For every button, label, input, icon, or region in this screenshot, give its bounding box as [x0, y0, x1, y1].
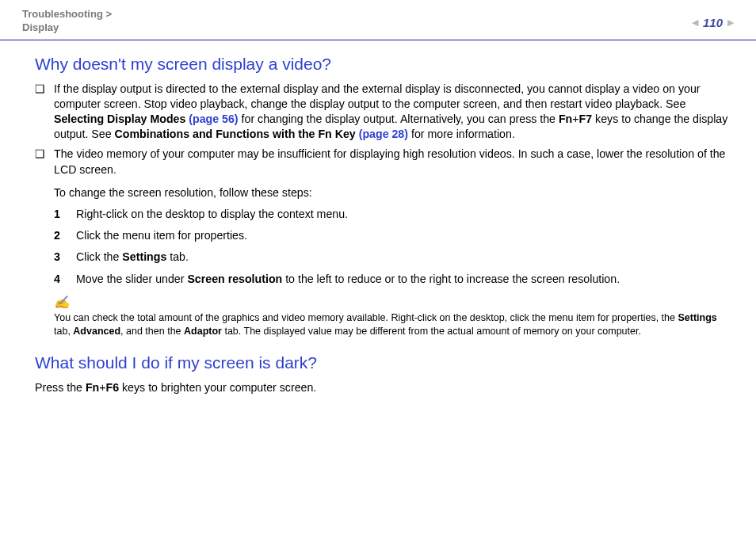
- page-prev-icon[interactable]: ◀: [692, 17, 698, 28]
- step-text: Right-click on the desktop to display th…: [76, 207, 348, 222]
- bullet-text: The video memory of your computer may be…: [54, 147, 734, 177]
- bullet-item: ❑ The video memory of your computer may …: [35, 147, 734, 177]
- note-block: ✍ You can check the total amount of the …: [54, 295, 734, 338]
- key-f6: F6: [106, 381, 120, 394]
- section-dark-screen: What should I do if my screen is dark? P…: [35, 353, 734, 395]
- bold-text: Adaptor: [184, 326, 222, 337]
- page-number: 110: [703, 16, 723, 29]
- section-heading-video: Why doesn't my screen display a video?: [35, 55, 734, 74]
- step-number: 4: [54, 272, 76, 287]
- text: +: [99, 381, 105, 394]
- text: Press the: [35, 381, 86, 394]
- key-fn: Fn: [559, 113, 572, 125]
- step-item: 2 Click the menu item for properties.: [54, 228, 734, 243]
- step-text: Click the Settings tab.: [76, 250, 189, 265]
- steps-intro: To change the screen resolution, follow …: [54, 185, 734, 200]
- ref-title: Selecting Display Modes: [54, 113, 189, 125]
- page-link[interactable]: (page 56): [189, 113, 238, 125]
- step-number: 1: [54, 207, 76, 222]
- paragraph: Press the Fn+F6 keys to brighten your co…: [35, 380, 734, 395]
- page-nav: ◀ 110 ▶: [692, 16, 734, 29]
- bold-text: Advanced: [73, 326, 120, 337]
- text: for more information.: [408, 128, 515, 140]
- bold-text: Settings: [122, 250, 166, 263]
- key-fn: Fn: [86, 381, 99, 394]
- text: keys to brighten your computer screen.: [119, 381, 316, 394]
- page-content: Why doesn't my screen display a video? ❑…: [0, 40, 756, 396]
- section-heading-dark: What should I do if my screen is dark?: [35, 353, 734, 372]
- breadcrumb: Troubleshooting > Display: [22, 8, 112, 35]
- text: tab. The displayed value may be differen…: [222, 326, 641, 337]
- breadcrumb-line-1: Troubleshooting >: [22, 8, 112, 21]
- bullet-icon: ❑: [35, 147, 54, 177]
- step-text: Move the slider under Screen resolution …: [76, 272, 620, 287]
- page-header: Troubleshooting > Display ◀ 110 ▶: [0, 0, 756, 40]
- text: If the display output is directed to the…: [54, 82, 701, 110]
- text: Move the slider under: [76, 273, 187, 285]
- bold-text: Screen resolution: [187, 273, 282, 285]
- key-f7: F7: [579, 113, 593, 125]
- text: , and then the: [120, 326, 184, 337]
- text: Click the: [76, 250, 122, 263]
- text: tab,: [54, 326, 73, 337]
- page-link[interactable]: (page 28): [359, 128, 408, 140]
- page-next-icon[interactable]: ▶: [727, 17, 734, 28]
- breadcrumb-line-2: Display: [22, 21, 112, 35]
- text: to the left to reduce or to the right to…: [282, 273, 620, 285]
- step-number: 2: [54, 228, 76, 243]
- text: for changing the display output. Alterna…: [239, 113, 559, 125]
- bullet-item: ❑ If the display output is directed to t…: [35, 82, 734, 143]
- bold-text: Settings: [678, 312, 716, 323]
- text: You can check the total amount of the gr…: [54, 312, 678, 323]
- text: tab.: [166, 250, 189, 263]
- note-text: You can check the total amount of the gr…: [54, 311, 734, 338]
- bullet-text: If the display output is directed to the…: [54, 82, 734, 143]
- step-text: Click the menu item for properties.: [76, 228, 247, 243]
- note-icon: ✍: [54, 295, 734, 310]
- step-item: 3 Click the Settings tab.: [54, 250, 734, 265]
- ref-title: Combinations and Functions with the Fn K…: [115, 128, 359, 140]
- step-number: 3: [54, 250, 76, 265]
- bullet-icon: ❑: [35, 82, 54, 143]
- text: +: [572, 113, 578, 125]
- step-item: 1 Right-click on the desktop to display …: [54, 207, 734, 222]
- step-item: 4 Move the slider under Screen resolutio…: [54, 272, 734, 287]
